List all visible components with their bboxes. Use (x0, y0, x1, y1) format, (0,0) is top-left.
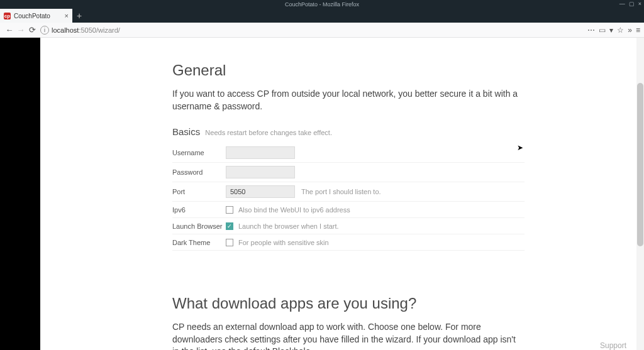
dark-theme-label: Dark Theme (172, 239, 226, 246)
basics-subheading: Basics Needs restart before changes take… (172, 126, 525, 137)
nav-reload-icon[interactable]: ⟳ (26, 25, 38, 35)
dark-theme-hint: For people with sensitive skin (238, 239, 329, 246)
port-label: Port (172, 188, 226, 195)
tab-title: CouchPotato (14, 13, 62, 19)
hamburger-menu-icon[interactable]: ≡ (636, 26, 640, 35)
save-pocket-icon[interactable]: ▾ (609, 26, 613, 35)
nav-forward-icon[interactable]: → (15, 25, 26, 35)
reader-view-icon[interactable]: ▭ (599, 26, 606, 35)
section-desc-downloads: CP needs an external download app to wor… (172, 321, 525, 350)
ipv6-label: Ipv6 (172, 206, 226, 214)
tab-close-icon[interactable]: × (65, 12, 69, 19)
site-info-icon[interactable]: i (40, 26, 49, 35)
dark-theme-checkbox[interactable] (226, 239, 233, 246)
address-bar[interactable]: localhost:5050/wizard/ (52, 26, 587, 34)
launch-browser-hint: Launch the browser when I start. (238, 222, 339, 230)
ipv6-hint: Also bind the WebUI to ipv6 address (238, 206, 350, 214)
browser-tabstrip: cp CouchPotato × + (0, 9, 644, 23)
bookmark-star-icon[interactable]: ☆ (617, 26, 624, 35)
launch-browser-checkbox[interactable]: ✓ (226, 222, 233, 230)
section-heading-downloads: What download apps are you using? (172, 295, 525, 312)
username-input[interactable] (226, 146, 295, 159)
port-input[interactable] (226, 185, 295, 198)
password-label: Password (172, 168, 226, 176)
window-title: CouchPotato - Mozilla Firefox (285, 1, 359, 8)
ipv6-checkbox[interactable] (226, 206, 233, 214)
page-content: General If you want to access CP from ou… (40, 38, 644, 350)
new-tab-button[interactable]: + (72, 9, 86, 23)
scrollbar-thumb[interactable] (637, 83, 643, 246)
window-maximize-icon[interactable]: ▢ (629, 1, 635, 7)
browser-urlbar: ← → ⟳ i localhost:5050/wizard/ ⋯ ▭ ▾ ☆ »… (0, 23, 644, 38)
browser-tab-active[interactable]: cp CouchPotato × (0, 9, 72, 23)
nav-back-icon[interactable]: ← (4, 25, 15, 35)
couchpotato-favicon-icon: cp (4, 13, 11, 19)
app-sidebar (0, 38, 40, 350)
window-minimize-icon[interactable]: — (619, 1, 625, 7)
support-link[interactable]: Support (600, 341, 626, 350)
os-titlebar: CouchPotato - Mozilla Firefox — ▢ × (0, 0, 644, 9)
port-hint: The port I should listen to. (301, 188, 381, 195)
username-label: Username (172, 149, 226, 156)
overflow-icon[interactable]: » (628, 26, 632, 35)
menu-dots-icon[interactable]: ⋯ (587, 26, 595, 35)
scrollbar-track[interactable] (636, 38, 644, 350)
password-input[interactable] (226, 166, 295, 178)
window-close-icon[interactable]: × (638, 1, 641, 7)
section-desc-general: If you want to access CP from outside yo… (172, 88, 525, 112)
section-heading-general: General (172, 62, 525, 79)
launch-browser-label: Launch Browser (172, 222, 226, 230)
